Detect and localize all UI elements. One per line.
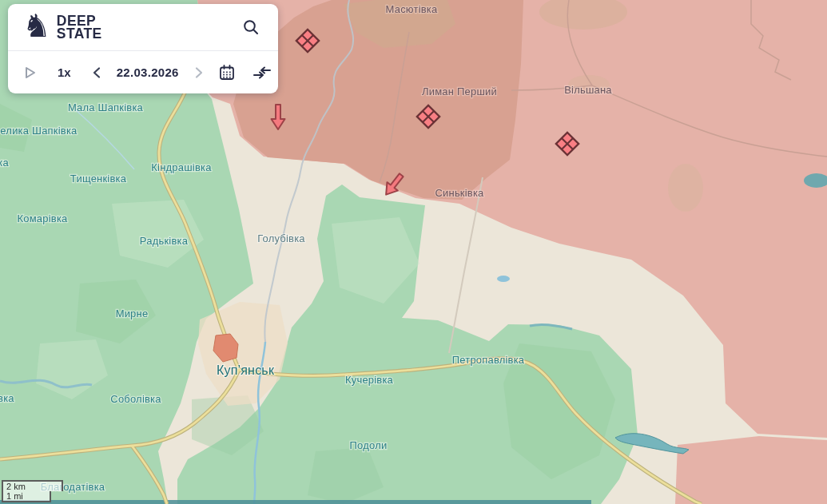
map-label-synkivka: Синьківка bbox=[435, 187, 484, 199]
play-icon bbox=[25, 66, 37, 79]
calendar-button[interactable] bbox=[218, 64, 236, 81]
converging-arrows-icon bbox=[252, 65, 272, 81]
map-label-podoly: Подоли bbox=[350, 439, 388, 451]
next-date-button[interactable] bbox=[194, 66, 204, 79]
chevron-right-icon bbox=[194, 66, 204, 79]
map-label-lyman-pershyi: Лиман Перший bbox=[422, 85, 497, 97]
map-label-kupiansk: Куп’янськ bbox=[217, 363, 275, 377]
chess-knight-logo-icon: ♞ bbox=[22, 10, 51, 42]
search-button[interactable] bbox=[240, 16, 262, 38]
map-label-velyka-shapkivka: Велика Шапківка bbox=[0, 125, 78, 137]
search-icon bbox=[241, 18, 260, 37]
calendar-icon bbox=[218, 64, 236, 81]
previous-date-button[interactable] bbox=[92, 66, 101, 79]
jump-to-latest-button[interactable] bbox=[252, 65, 272, 81]
map-label-vilshana: Вільшана bbox=[564, 84, 612, 96]
map-label-myrne: Мирне bbox=[116, 308, 149, 319]
date-display[interactable]: 22.03.2026 bbox=[113, 65, 183, 79]
map-label-mala-shapkivka: Мала Шапківка bbox=[68, 101, 144, 113]
map-label-partial-ka: ка bbox=[0, 157, 9, 169]
map-viewport[interactable]: МасютівкаЛиман ПершийВільшанаСиньківкаМа… bbox=[0, 0, 827, 504]
map-label-sobolivka: Соболівка bbox=[110, 393, 161, 405]
map-label-tyshchenkivka: Тищенківка bbox=[70, 173, 127, 185]
deepstate-control-panel: ♞ DEEP STATE 1x bbox=[8, 4, 278, 93]
map-label-radkivka: Радьківка bbox=[140, 235, 189, 247]
map-label-masiutivka: Масютівка bbox=[386, 3, 438, 15]
logo-line2: STATE bbox=[57, 27, 102, 40]
playback-speed-button[interactable]: 1x bbox=[58, 65, 71, 79]
map-label-komarivka: Комарівка bbox=[18, 212, 69, 224]
map-label-kindrashivka: Кіндрашівка bbox=[151, 161, 212, 173]
deepstate-logo[interactable]: ♞ DEEP STATE bbox=[22, 11, 102, 43]
map-label-holubivka: Голубівка bbox=[257, 232, 305, 244]
scale-miles: 1 mi bbox=[2, 491, 51, 502]
play-button[interactable] bbox=[25, 66, 37, 79]
map-label-partial-divka: дівка bbox=[0, 392, 14, 404]
scale-kilometers: 2 km bbox=[2, 480, 63, 491]
map-label-kucherivka: Кучерівка bbox=[345, 374, 394, 386]
map-scale-control: 2 km 1 mi bbox=[2, 480, 63, 502]
map-label-petropavlivka: Петропавлівка bbox=[452, 354, 525, 366]
chevron-left-icon bbox=[92, 66, 101, 79]
